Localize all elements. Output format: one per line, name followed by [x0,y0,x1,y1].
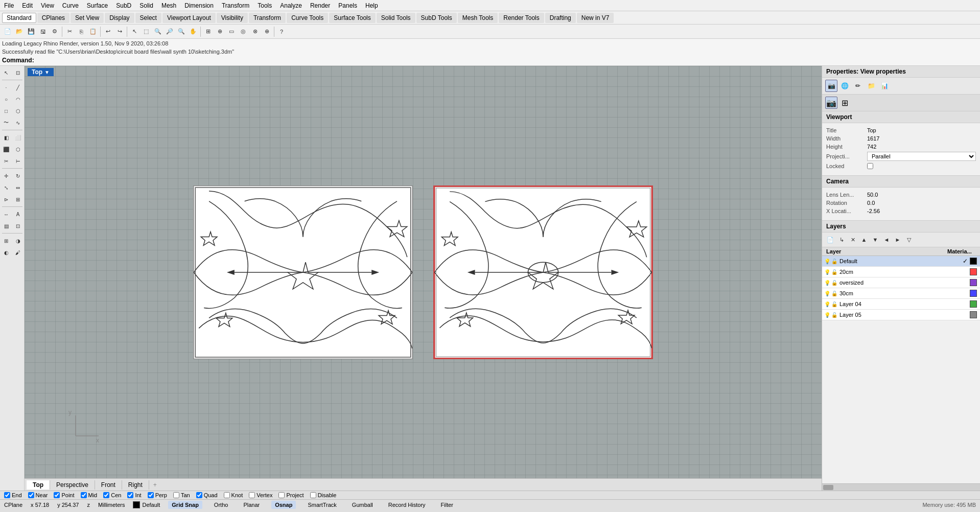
filter-button[interactable]: ▽ [904,235,914,245]
tab-solid-tools[interactable]: Solid Tools [377,13,415,23]
zoom-in-icon[interactable]: 🔎 [164,26,175,37]
tab-curve-tools[interactable]: Curve Tools [287,13,328,23]
snap-tan-check[interactable] [173,492,179,498]
menu-view[interactable]: View [37,1,58,10]
spline-tool[interactable]: ∿ [12,117,24,128]
move-down-button[interactable]: ▼ [870,235,880,245]
menu-edit[interactable]: Edit [18,1,37,10]
snap-project-check[interactable] [278,492,285,498]
tab-select[interactable]: Select [135,13,161,23]
layer-lock-icon-oversized[interactable]: 🔓 [831,280,837,286]
menu-surface[interactable]: Surface [83,1,112,10]
layer-color-05[interactable] [970,311,977,318]
snap-near[interactable]: Near [28,492,48,498]
layer-lock-icon-05[interactable]: 🔓 [831,312,837,318]
trim-tool[interactable]: ✂ [1,155,12,167]
menu-analyze[interactable]: Analyze [276,1,306,10]
line-tool[interactable]: ╱ [12,82,24,93]
layer-visible-icon-default[interactable]: 💡 [824,259,830,264]
properties-display-icon[interactable]: ✏ [852,80,864,92]
locked-checkbox[interactable] [867,163,873,169]
snap-int[interactable]: Int [127,492,141,498]
layer-visible-icon-05[interactable]: 💡 [824,312,830,318]
paint-tool[interactable]: 🖌 [12,247,24,258]
layer-row-04[interactable]: 💡 🔓 Layer 04 [822,299,980,310]
layer-row-20cm[interactable]: 💡 🔓 20cm [822,267,980,277]
snap-vertex[interactable]: Vertex [249,492,272,498]
zoom-extents-icon[interactable]: ⬚ [141,26,152,37]
snap-end[interactable]: End [4,492,22,498]
freeform-tool[interactable]: 〜 [1,117,12,128]
viewport-top[interactable]: Top ▼ [25,66,822,478]
layer-visible-icon-oversized[interactable]: 💡 [824,280,830,286]
menu-help[interactable]: Help [361,1,382,10]
detail-tool[interactable]: ⊡ [12,220,24,231]
snap-mid[interactable]: Mid [81,492,98,498]
snap-cen-check[interactable] [103,492,109,498]
patch-tool[interactable]: ⬜ [12,132,24,143]
tab-set-view[interactable]: Set View [71,13,104,23]
help-icon[interactable]: ? [276,26,287,37]
layer-visible-icon-04[interactable]: 💡 [824,301,830,307]
tab-mesh-tools[interactable]: Mesh Tools [458,13,498,23]
snap-end-check[interactable] [4,492,10,498]
undo-icon[interactable]: ↩ [102,26,113,37]
menu-dimension[interactable]: Dimension [180,1,218,10]
hatch-tool[interactable]: ▤ [1,220,12,231]
properties-layout-icon[interactable]: 📊 [878,80,891,92]
snap-disable-check[interactable] [310,492,316,498]
tab-cplanes[interactable]: CPlanes [37,13,69,23]
offset-tool[interactable]: ⊳ [1,194,12,205]
layer-lock-icon-30cm[interactable]: 🔓 [831,291,837,296]
zoom-out-icon[interactable]: 🔍 [176,26,187,37]
tab-front[interactable]: Front [95,480,122,490]
redo-icon[interactable]: ↪ [114,26,125,37]
dim-tool[interactable]: ↔ [1,208,12,220]
surface-tool[interactable]: ◧ [1,132,12,143]
tab-transform[interactable]: Transform [249,13,286,23]
menu-solid[interactable]: Solid [135,1,157,10]
menu-tools[interactable]: Tools [253,1,276,10]
snap-knot-check[interactable] [224,492,230,498]
tab-surface-tools[interactable]: Surface Tools [329,13,376,23]
snap-project[interactable]: Project [278,492,304,498]
cut-icon[interactable]: ✂ [64,26,75,37]
layer-color-default[interactable] [970,258,977,265]
osnap-icon[interactable]: ◎ [238,26,249,37]
material-tool[interactable]: ◑ [12,235,24,246]
mirror-tool[interactable]: ⇔ [12,182,24,193]
tab-standard[interactable]: Standard [2,13,36,23]
ortho-icon[interactable]: ⊕ [214,26,225,37]
menu-file[interactable]: File [0,1,18,10]
move-tool[interactable]: ✛ [1,170,12,181]
perspective-view-icon[interactable]: 📷 [825,97,837,109]
snap-knot[interactable]: Knot [224,492,243,498]
planar-icon[interactable]: ▭ [226,26,237,37]
tab-drafting[interactable]: Drafting [545,13,576,23]
scroll-thumb-right[interactable] [823,485,833,490]
layer-tool[interactable]: ⊞ [1,235,12,246]
move-up-button[interactable]: ▲ [859,235,869,245]
snap-perp[interactable]: Perp [148,492,167,498]
select-filter-tool[interactable]: ⊡ [12,67,24,78]
tab-new-v7[interactable]: New in V7 [577,13,614,23]
save-small-icon[interactable]: 🖫 [37,26,49,37]
layer-row-default[interactable]: 💡 🔓 Default ✓ [822,256,980,267]
snap-tan[interactable]: Tan [173,492,190,498]
tab-visibility[interactable]: Visibility [217,13,248,23]
snap-cen[interactable]: Cen [103,492,121,498]
layer-color-oversized[interactable] [970,279,977,286]
planar-button[interactable]: Planar [240,501,263,509]
extrude-tool[interactable]: ⬛ [1,144,12,155]
arc-tool[interactable]: ◠ [12,94,24,105]
menu-panels[interactable]: Panels [334,1,361,10]
array-tool[interactable]: ⊞ [12,194,24,205]
scale-tool[interactable]: ⤡ [1,182,12,193]
select-tool[interactable]: ↖ [1,67,12,78]
osnap-button[interactable]: Osnap [271,501,296,509]
menu-transform[interactable]: Transform [218,1,253,10]
rotate-tool[interactable]: ↻ [12,170,24,181]
layer-lock-icon-20cm[interactable]: 🔓 [831,269,837,275]
properties-camera-icon[interactable]: 📷 [825,80,837,92]
grid-snap-button[interactable]: Grid Snap [168,501,202,509]
